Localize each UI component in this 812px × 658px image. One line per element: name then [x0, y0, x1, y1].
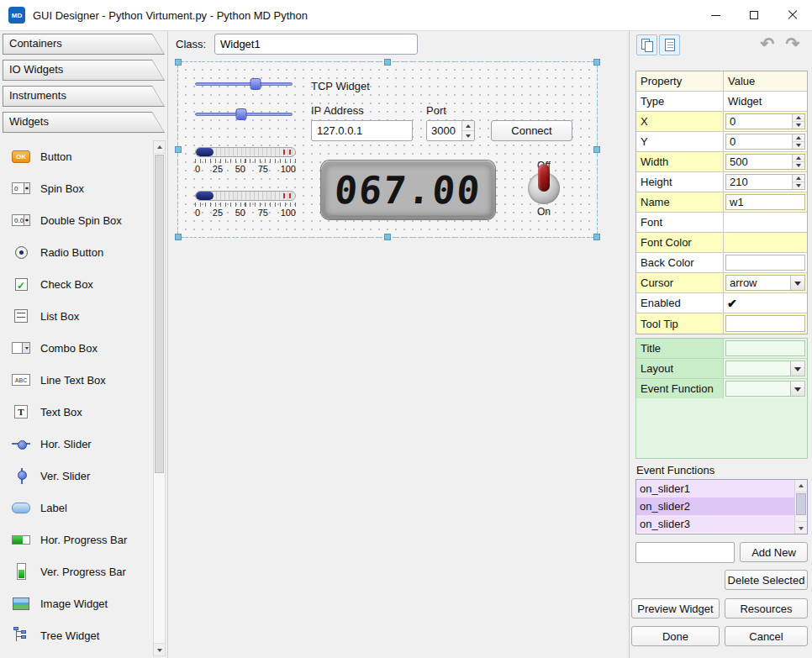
preview-widget-button[interactable]: Preview Widget	[631, 598, 720, 619]
slider-handle[interactable]	[196, 192, 214, 200]
minimize-button[interactable]	[696, 0, 735, 30]
tool-tip-input[interactable]	[725, 315, 805, 332]
spin-up-icon[interactable]	[793, 134, 804, 142]
class-label: Class:	[176, 38, 206, 50]
scroll-up-icon[interactable]	[154, 141, 165, 154]
palette-item-image-widget[interactable]: Image Widget	[0, 587, 154, 619]
layout-dropdown[interactable]	[725, 361, 805, 376]
lcd-value: 067.00	[333, 168, 483, 213]
spin-up-icon[interactable]	[793, 175, 804, 182]
list-item-selected[interactable]: on_slider2	[636, 497, 795, 515]
palette-item-ver-progress-bar[interactable]: Ver. Progress Bar	[0, 555, 154, 587]
event-list-scrollbar[interactable]	[794, 480, 807, 534]
font-color-value-cell[interactable]	[724, 233, 807, 253]
slider-knob[interactable]	[235, 108, 246, 120]
palette-item-double-spin-box[interactable]: 0.0 Double Spin Box	[0, 204, 154, 236]
palette-item-line-text-box[interactable]: ABC Line Text Box	[0, 364, 154, 396]
spin-down-icon[interactable]	[793, 142, 804, 149]
palette-item-label[interactable]: Label	[0, 492, 154, 524]
window-controls	[696, 0, 812, 30]
palette-item-ver-slider[interactable]: Ver. Slider	[0, 460, 154, 492]
close-button[interactable]	[773, 0, 812, 30]
palette-item-hor-progress-bar[interactable]: Hor. Progress Bar	[0, 524, 154, 555]
new-event-input[interactable]	[635, 542, 735, 563]
paste-button[interactable]	[659, 34, 680, 55]
spin-up-icon[interactable]	[462, 121, 474, 131]
resize-handle[interactable]	[175, 59, 182, 66]
spin-down-icon[interactable]	[793, 162, 804, 169]
connect-button[interactable]: Connect	[491, 120, 572, 141]
resize-handle[interactable]	[175, 146, 182, 153]
section-widgets[interactable]: Widgets	[3, 112, 165, 133]
chevron-down-icon[interactable]	[790, 361, 804, 376]
title-input[interactable]	[725, 340, 805, 356]
palette-item-button[interactable]: OK Button	[0, 140, 154, 172]
chevron-down-icon[interactable]	[790, 276, 804, 290]
scale-slider-2[interactable]: 0255075100	[195, 191, 296, 218]
width-spinbox[interactable]: 500	[725, 154, 805, 170]
x-spinbox[interactable]: 0	[725, 113, 805, 129]
port-spinbox[interactable]: 3000	[426, 120, 475, 141]
toggle-on-label: On	[525, 206, 563, 218]
spin-up-icon[interactable]	[793, 155, 804, 162]
slider-handle[interactable]	[196, 148, 214, 156]
enabled-checkbox[interactable]: ✔	[724, 297, 737, 310]
list-item[interactable]: on_slider3	[636, 515, 795, 533]
h-slider-1[interactable]	[195, 77, 293, 91]
scroll-down-icon[interactable]	[154, 643, 165, 655]
spin-up-icon[interactable]	[793, 114, 804, 122]
delete-selected-button[interactable]: Delete Selected	[725, 570, 808, 590]
cancel-button[interactable]: Cancel	[725, 626, 808, 646]
palette-item-text-box[interactable]: T Text Box	[0, 396, 154, 428]
section-io-widgets[interactable]: IO Widgets	[3, 60, 165, 81]
name-input[interactable]: w1	[725, 194, 805, 210]
add-new-button[interactable]: Add New	[740, 542, 808, 562]
scroll-down-icon[interactable]	[795, 521, 807, 534]
palette-item-combo-box[interactable]: Combo Box	[0, 332, 154, 364]
scrollbar-thumb[interactable]	[155, 155, 164, 473]
redo-button[interactable]	[783, 34, 803, 55]
chevron-down-icon[interactable]	[790, 382, 804, 396]
palette-item-spin-box[interactable]: 0 Spin Box	[0, 172, 154, 204]
section-containers[interactable]: Containers	[3, 34, 165, 55]
palette-item-tree-widget[interactable]: Tree Widget	[0, 619, 154, 651]
back-color-input[interactable]	[725, 255, 805, 271]
spin-down-icon[interactable]	[793, 182, 804, 189]
spin-down-icon[interactable]	[462, 131, 474, 140]
event-function-dropdown[interactable]	[725, 381, 805, 397]
section-instruments[interactable]: Instruments	[3, 86, 165, 107]
resources-button[interactable]: Resources	[725, 598, 808, 619]
resize-handle[interactable]	[384, 59, 391, 66]
maximize-button[interactable]	[735, 0, 773, 30]
height-spinbox[interactable]: 210	[725, 174, 805, 190]
resize-handle[interactable]	[384, 234, 391, 240]
sidebar-scrollbar[interactable]	[153, 140, 166, 656]
ip-address-input[interactable]: 127.0.0.1	[311, 120, 413, 141]
toggle-switch[interactable]: Off On	[525, 160, 563, 218]
list-box-icon	[11, 306, 31, 326]
palette-item-check-box[interactable]: Check Box	[0, 268, 154, 300]
palette-item-hor-slider[interactable]: Hor. Slider	[0, 428, 154, 460]
resize-handle[interactable]	[175, 234, 182, 240]
cursor-dropdown[interactable]: arrow	[725, 275, 805, 291]
resize-handle[interactable]	[593, 234, 600, 240]
resize-handle[interactable]	[593, 146, 600, 153]
spin-down-icon[interactable]	[793, 122, 804, 129]
scale-slider-1[interactable]: 0255075100	[195, 147, 296, 174]
palette-item-list-box[interactable]: List Box	[0, 300, 154, 332]
design-canvas[interactable]: TCP Widget IP Address Port 127.0.0.1 300…	[177, 61, 598, 238]
scroll-up-icon[interactable]	[795, 480, 807, 492]
y-spinbox[interactable]: 0	[725, 134, 805, 150]
copy-button[interactable]	[636, 34, 657, 55]
scrollbar-thumb[interactable]	[796, 493, 806, 515]
done-button[interactable]: Done	[631, 626, 720, 646]
resize-handle[interactable]	[593, 59, 600, 66]
toggle-knob[interactable]	[528, 172, 560, 204]
font-value-cell[interactable]	[724, 213, 807, 233]
list-item[interactable]: on_slider1	[636, 480, 795, 497]
class-name-input[interactable]	[214, 34, 418, 55]
palette-item-radio-button[interactable]: Radio Button	[0, 236, 154, 268]
undo-button[interactable]	[757, 34, 778, 55]
slider-knob[interactable]	[250, 78, 261, 90]
h-slider-2[interactable]	[195, 108, 293, 121]
